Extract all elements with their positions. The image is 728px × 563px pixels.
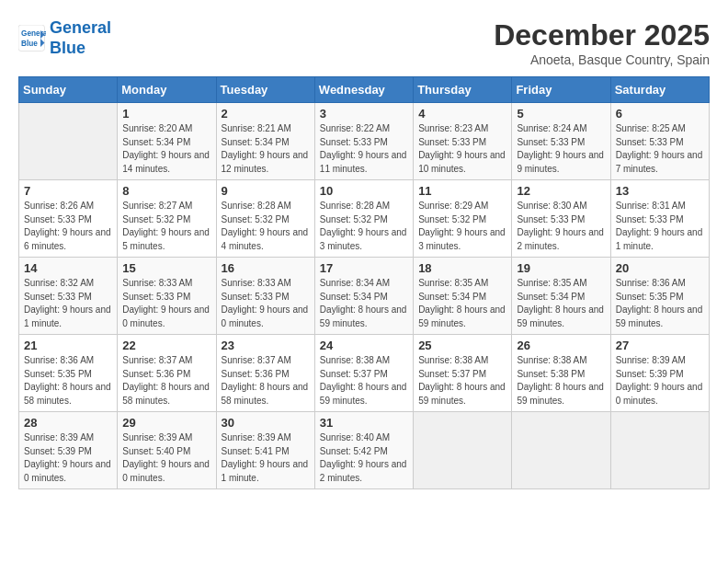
day-info: Sunrise: 8:33 AMSunset: 5:33 PMDaylight:… (122, 277, 210, 330)
calendar-cell: 18Sunrise: 8:35 AMSunset: 5:34 PMDayligh… (414, 258, 512, 335)
sunrise-text: Sunrise: 8:33 AM (222, 278, 291, 288)
sunrise-text: Sunrise: 8:39 AM (24, 432, 94, 442)
calendar-cell: 3Sunrise: 8:22 AMSunset: 5:33 PMDaylight… (314, 103, 413, 180)
daylight-text: Daylight: 9 hours and 6 minutes. (24, 227, 111, 251)
day-number: 21 (24, 339, 112, 352)
sunset-text: Sunset: 5:32 PM (122, 214, 190, 224)
day-number: 1 (122, 107, 210, 121)
day-info: Sunrise: 8:39 AMSunset: 5:39 PMDaylight:… (24, 431, 112, 485)
sunset-text: Sunset: 5:38 PM (517, 369, 585, 379)
day-info: Sunrise: 8:38 AMSunset: 5:37 PMDaylight:… (320, 354, 408, 408)
daylight-text: Daylight: 8 hours and 59 minutes. (320, 304, 407, 328)
sunset-text: Sunset: 5:39 PM (24, 446, 92, 456)
day-info: Sunrise: 8:35 AMSunset: 5:34 PMDaylight:… (517, 277, 605, 330)
calendar-week-row: 1Sunrise: 8:20 AMSunset: 5:34 PMDaylight… (19, 103, 710, 180)
day-number: 9 (222, 184, 310, 198)
day-info: Sunrise: 8:28 AMSunset: 5:32 PMDaylight:… (222, 200, 310, 253)
calendar-cell: 22Sunrise: 8:37 AMSunset: 5:36 PMDayligh… (118, 335, 216, 412)
calendar-cell: 19Sunrise: 8:35 AMSunset: 5:34 PMDayligh… (512, 258, 610, 335)
day-number: 24 (320, 339, 408, 352)
sunset-text: Sunset: 5:32 PM (418, 214, 486, 224)
sunset-text: Sunset: 5:41 PM (222, 446, 290, 456)
sunset-text: Sunset: 5:34 PM (517, 292, 585, 302)
daylight-text: Daylight: 9 hours and 0 minutes. (122, 304, 210, 328)
day-info: Sunrise: 8:20 AMSunset: 5:34 PMDaylight:… (122, 122, 210, 176)
sunrise-text: Sunrise: 8:24 AM (517, 123, 586, 133)
day-info: Sunrise: 8:21 AMSunset: 5:34 PMDaylight:… (222, 122, 310, 176)
sunrise-text: Sunrise: 8:39 AM (122, 432, 192, 442)
day-number: 4 (418, 107, 506, 121)
sunrise-text: Sunrise: 8:39 AM (616, 355, 686, 365)
sunrise-text: Sunrise: 8:37 AM (122, 355, 192, 365)
sunrise-text: Sunrise: 8:22 AM (320, 123, 390, 133)
day-info: Sunrise: 8:28 AMSunset: 5:32 PMDaylight:… (320, 200, 408, 253)
sunset-text: Sunset: 5:33 PM (24, 214, 92, 224)
daylight-text: Daylight: 9 hours and 14 minutes. (122, 150, 210, 174)
sunrise-text: Sunrise: 8:33 AM (122, 278, 192, 288)
day-info: Sunrise: 8:27 AMSunset: 5:32 PMDaylight:… (122, 200, 210, 253)
day-info: Sunrise: 8:38 AMSunset: 5:38 PMDaylight:… (517, 354, 605, 408)
calendar-cell: 2Sunrise: 8:21 AMSunset: 5:34 PMDaylight… (216, 103, 314, 180)
sunset-text: Sunset: 5:33 PM (320, 137, 388, 147)
sunset-text: Sunset: 5:39 PM (616, 369, 684, 379)
day-number: 16 (222, 261, 310, 275)
calendar-table: SundayMondayTuesdayWednesdayThursdayFrid… (18, 76, 710, 489)
page-header: General Blue General Blue December 2025 … (18, 18, 710, 67)
sunrise-text: Sunrise: 8:38 AM (418, 355, 488, 365)
daylight-text: Daylight: 9 hours and 4 minutes. (222, 227, 309, 251)
location: Anoeta, Basque Country, Spain (494, 52, 710, 67)
weekday-header: Saturday (610, 77, 709, 103)
calendar-cell (610, 412, 709, 489)
sunset-text: Sunset: 5:42 PM (320, 446, 388, 456)
day-number: 17 (320, 261, 408, 275)
weekday-header: Tuesday (216, 77, 314, 103)
day-info: Sunrise: 8:29 AMSunset: 5:32 PMDaylight:… (418, 200, 506, 253)
day-info: Sunrise: 8:39 AMSunset: 5:41 PMDaylight:… (222, 431, 310, 485)
calendar-cell: 6Sunrise: 8:25 AMSunset: 5:33 PMDaylight… (610, 103, 709, 180)
day-number: 25 (418, 339, 506, 352)
calendar-body: 1Sunrise: 8:20 AMSunset: 5:34 PMDaylight… (19, 103, 710, 489)
title-block: December 2025 Anoeta, Basque Country, Sp… (494, 18, 710, 67)
calendar-cell: 15Sunrise: 8:33 AMSunset: 5:33 PMDayligh… (118, 258, 216, 335)
sunrise-text: Sunrise: 8:32 AM (24, 278, 94, 288)
daylight-text: Daylight: 9 hours and 3 minutes. (320, 227, 407, 251)
calendar-cell: 28Sunrise: 8:39 AMSunset: 5:39 PMDayligh… (19, 412, 118, 489)
day-info: Sunrise: 8:23 AMSunset: 5:33 PMDaylight:… (418, 122, 506, 176)
calendar-cell: 27Sunrise: 8:39 AMSunset: 5:39 PMDayligh… (610, 335, 709, 412)
day-info: Sunrise: 8:32 AMSunset: 5:33 PMDaylight:… (24, 277, 112, 330)
sunset-text: Sunset: 5:36 PM (222, 369, 290, 379)
daylight-text: Daylight: 8 hours and 59 minutes. (418, 304, 506, 328)
day-info: Sunrise: 8:40 AMSunset: 5:42 PMDaylight:… (320, 431, 408, 485)
calendar-cell: 17Sunrise: 8:34 AMSunset: 5:34 PMDayligh… (314, 258, 413, 335)
day-info: Sunrise: 8:39 AMSunset: 5:39 PMDaylight:… (616, 354, 704, 408)
day-number: 11 (418, 184, 506, 198)
weekday-header: Thursday (414, 77, 512, 103)
logo-line1: General (50, 18, 111, 37)
weekday-header: Sunday (19, 77, 118, 103)
sunrise-text: Sunrise: 8:29 AM (418, 201, 488, 211)
sunset-text: Sunset: 5:33 PM (24, 292, 92, 302)
sunset-text: Sunset: 5:32 PM (320, 214, 388, 224)
day-number: 13 (616, 184, 704, 198)
sunset-text: Sunset: 5:33 PM (222, 292, 290, 302)
day-number: 12 (517, 184, 605, 198)
sunrise-text: Sunrise: 8:31 AM (616, 201, 686, 211)
day-info: Sunrise: 8:30 AMSunset: 5:33 PMDaylight:… (517, 200, 605, 253)
sunset-text: Sunset: 5:34 PM (222, 137, 290, 147)
calendar-cell: 25Sunrise: 8:38 AMSunset: 5:37 PMDayligh… (414, 335, 512, 412)
calendar-cell: 24Sunrise: 8:38 AMSunset: 5:37 PMDayligh… (314, 335, 413, 412)
sunset-text: Sunset: 5:33 PM (517, 137, 585, 147)
sunset-text: Sunset: 5:32 PM (222, 214, 290, 224)
day-number: 2 (222, 107, 310, 121)
daylight-text: Daylight: 9 hours and 0 minutes. (24, 459, 111, 483)
daylight-text: Daylight: 9 hours and 1 minute. (222, 459, 309, 483)
day-number: 22 (122, 339, 210, 352)
sunset-text: Sunset: 5:37 PM (418, 369, 486, 379)
sunrise-text: Sunrise: 8:37 AM (222, 355, 291, 365)
calendar-cell: 7Sunrise: 8:26 AMSunset: 5:33 PMDaylight… (19, 180, 118, 258)
sunrise-text: Sunrise: 8:40 AM (320, 432, 390, 442)
day-number: 30 (222, 416, 310, 430)
day-info: Sunrise: 8:22 AMSunset: 5:33 PMDaylight:… (320, 122, 408, 176)
sunrise-text: Sunrise: 8:23 AM (418, 123, 488, 133)
svg-text:Blue: Blue (21, 39, 38, 47)
